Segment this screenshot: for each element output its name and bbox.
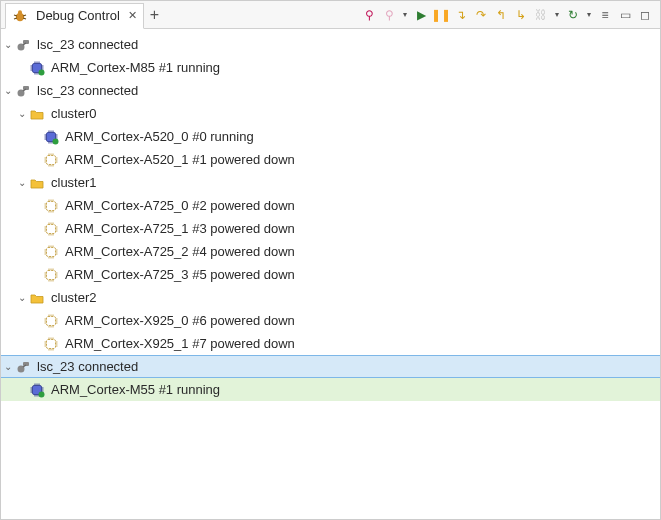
expand-toggle[interactable] [1, 39, 15, 50]
disconnect-button[interactable]: ⚲ [380, 6, 398, 24]
tree-label: lsc_23 connected [35, 359, 138, 374]
tree-label: ARM_Cortex-A520_1 #1 powered down [63, 152, 295, 167]
tree-core[interactable]: ARM_Cortex-M85 #1 running [1, 56, 660, 79]
tree-core[interactable]: ARM_Cortex-A725_3 #5 powered down [1, 263, 660, 286]
folder-icon [29, 175, 45, 191]
tree-label: lsc_23 connected [35, 37, 138, 52]
chip-icon [43, 244, 59, 260]
connection-icon [15, 359, 31, 375]
refresh-menu[interactable]: ▾ [584, 10, 594, 19]
chip-icon [43, 152, 59, 168]
tree-label: cluster2 [49, 290, 97, 305]
tree-connection[interactable]: lsc_23 connected [1, 79, 660, 102]
tree-core[interactable]: ARM_Cortex-A520_0 #0 running [1, 125, 660, 148]
expand-toggle[interactable] [15, 108, 29, 119]
tree-cluster[interactable]: cluster1 [1, 171, 660, 194]
tree-label: ARM_Cortex-M55 #1 running [49, 382, 220, 397]
debug-tree[interactable]: lsc_23 connectedARM_Cortex-M85 #1 runnin… [1, 29, 660, 405]
tree-core[interactable]: ARM_Cortex-M55 #1 running [1, 378, 660, 401]
pause-button[interactable]: ❚❚ [432, 6, 450, 24]
view-menu-button[interactable]: ≡ [596, 6, 614, 24]
tree-label: lsc_23 connected [35, 83, 138, 98]
tree-core[interactable]: ARM_Cortex-A725_0 #2 powered down [1, 194, 660, 217]
new-tab-button[interactable]: + [144, 2, 165, 28]
maximize-button[interactable]: ◻ [636, 6, 654, 24]
expand-toggle[interactable] [15, 177, 29, 188]
chip-icon [43, 129, 59, 145]
chip-icon [43, 267, 59, 283]
tree-cluster[interactable]: cluster2 [1, 286, 660, 309]
chip-icon [29, 382, 45, 398]
step-over-button[interactable]: ↷ [472, 6, 490, 24]
tab-debug-control[interactable]: Debug Control ✕ [5, 3, 144, 29]
minimize-button[interactable]: ▭ [616, 6, 634, 24]
tree-label: cluster1 [49, 175, 97, 190]
tree-label: ARM_Cortex-A725_2 #4 powered down [63, 244, 295, 259]
chip-icon [43, 198, 59, 214]
link-menu[interactable]: ▾ [552, 10, 562, 19]
tree-label: ARM_Cortex-A725_3 #5 powered down [63, 267, 295, 282]
step-out-button[interactable]: ↰ [492, 6, 510, 24]
tree-connection[interactable]: lsc_23 connected [1, 355, 660, 378]
tree-label: ARM_Cortex-M85 #1 running [49, 60, 220, 75]
connect-button[interactable]: ⚲ [360, 6, 378, 24]
link-button[interactable]: ⛓ [532, 6, 550, 24]
tree-core[interactable]: ARM_Cortex-X925_1 #7 powered down [1, 332, 660, 355]
tab-title: Debug Control [36, 8, 120, 23]
chip-icon [29, 60, 45, 76]
step-instruction-button[interactable]: ↳ [512, 6, 530, 24]
tree-core[interactable]: ARM_Cortex-A725_1 #3 powered down [1, 217, 660, 240]
connection-icon [15, 83, 31, 99]
chip-icon [43, 313, 59, 329]
tab-bar: Debug Control ✕ + ⚲ ⚲ ▾ ▶ ❚❚ ↴ ↷ ↰ ↳ ⛓ ▾… [1, 1, 660, 29]
tree-core[interactable]: ARM_Cortex-X925_0 #6 powered down [1, 309, 660, 332]
expand-toggle[interactable] [15, 292, 29, 303]
close-icon[interactable]: ✕ [128, 9, 137, 22]
tree-label: ARM_Cortex-A725_0 #2 powered down [63, 198, 295, 213]
connection-icon [15, 37, 31, 53]
tree-label: ARM_Cortex-X925_0 #6 powered down [63, 313, 295, 328]
chip-icon [43, 336, 59, 352]
refresh-button[interactable]: ↻ [564, 6, 582, 24]
run-button[interactable]: ▶ [412, 6, 430, 24]
expand-toggle[interactable] [1, 361, 15, 372]
tree-cluster[interactable]: cluster0 [1, 102, 660, 125]
step-into-button[interactable]: ↴ [452, 6, 470, 24]
connect-menu[interactable]: ▾ [400, 10, 410, 19]
chip-icon [43, 221, 59, 237]
expand-toggle[interactable] [1, 85, 15, 96]
tree-label: ARM_Cortex-A520_0 #0 running [63, 129, 254, 144]
tree-core[interactable]: ARM_Cortex-A520_1 #1 powered down [1, 148, 660, 171]
bug-icon [12, 8, 28, 24]
tree-label: ARM_Cortex-A725_1 #3 powered down [63, 221, 295, 236]
tree-label: cluster0 [49, 106, 97, 121]
tree-connection[interactable]: lsc_23 connected [1, 33, 660, 56]
folder-icon [29, 106, 45, 122]
tree-core[interactable]: ARM_Cortex-A725_2 #4 powered down [1, 240, 660, 263]
folder-icon [29, 290, 45, 306]
tree-label: ARM_Cortex-X925_1 #7 powered down [63, 336, 295, 351]
toolbar: ⚲ ⚲ ▾ ▶ ❚❚ ↴ ↷ ↰ ↳ ⛓ ▾ ↻ ▾ ≡ ▭ ◻ [360, 6, 656, 24]
